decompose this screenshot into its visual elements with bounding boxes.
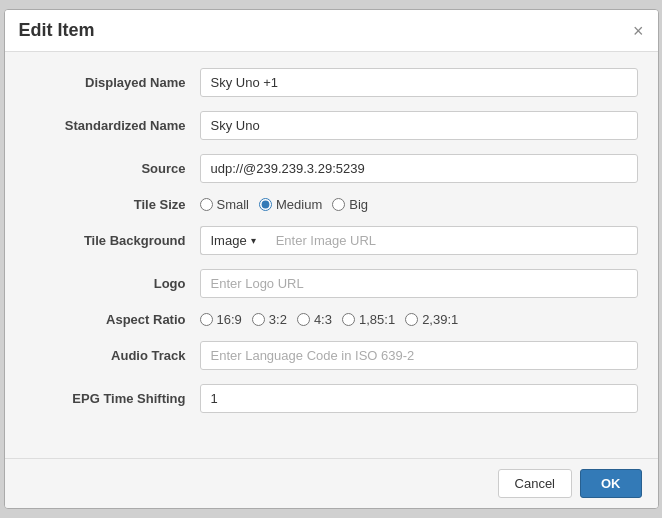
- standardized-name-label: Standardized Name: [25, 118, 200, 133]
- tile-size-small-text: Small: [217, 197, 250, 212]
- tile-size-label: Tile Size: [25, 197, 200, 212]
- aspect-ratio-1851-label[interactable]: 1,85:1: [342, 312, 395, 327]
- dialog-header: Edit Item ×: [5, 10, 658, 52]
- tile-size-row: Tile Size Small Medium Big: [25, 197, 638, 212]
- aspect-ratio-row: Aspect Ratio 16:9 3:2 4:3 1,85:1: [25, 312, 638, 327]
- logo-label: Logo: [25, 276, 200, 291]
- source-input[interactable]: [200, 154, 638, 183]
- aspect-ratio-43-radio[interactable]: [297, 313, 310, 326]
- tile-background-control: Image ▾: [200, 226, 638, 255]
- aspect-ratio-1851-radio[interactable]: [342, 313, 355, 326]
- standardized-name-row: Standardized Name: [25, 111, 638, 140]
- epg-time-shifting-label: EPG Time Shifting: [25, 391, 200, 406]
- displayed-name-row: Displayed Name: [25, 68, 638, 97]
- tile-background-row: Tile Background Image ▾: [25, 226, 638, 255]
- displayed-name-input[interactable]: [200, 68, 638, 97]
- dialog-title: Edit Item: [19, 20, 95, 41]
- logo-input[interactable]: [200, 269, 638, 298]
- audio-track-label: Audio Track: [25, 348, 200, 363]
- aspect-ratio-2391-radio[interactable]: [405, 313, 418, 326]
- aspect-ratio-32-radio[interactable]: [252, 313, 265, 326]
- aspect-ratio-label: Aspect Ratio: [25, 312, 200, 327]
- epg-time-shifting-row: EPG Time Shifting: [25, 384, 638, 413]
- tile-size-big-label[interactable]: Big: [332, 197, 368, 212]
- tile-background-dropdown-label: Image: [211, 233, 247, 248]
- aspect-ratio-169-label[interactable]: 16:9: [200, 312, 242, 327]
- aspect-ratio-43-label[interactable]: 4:3: [297, 312, 332, 327]
- aspect-ratio-169-text: 16:9: [217, 312, 242, 327]
- source-label: Source: [25, 161, 200, 176]
- tile-size-medium-radio[interactable]: [259, 198, 272, 211]
- tile-background-label: Tile Background: [25, 233, 200, 248]
- audio-track-input[interactable]: [200, 341, 638, 370]
- tile-size-big-radio[interactable]: [332, 198, 345, 211]
- dialog-footer: Cancel OK: [5, 458, 658, 508]
- tile-size-small-radio[interactable]: [200, 198, 213, 211]
- aspect-ratio-169-radio[interactable]: [200, 313, 213, 326]
- source-row: Source: [25, 154, 638, 183]
- aspect-ratio-32-label[interactable]: 3:2: [252, 312, 287, 327]
- dialog-body: Displayed Name Standardized Name Source …: [5, 52, 658, 458]
- cancel-button[interactable]: Cancel: [498, 469, 572, 498]
- tile-size-small-label[interactable]: Small: [200, 197, 250, 212]
- tile-size-radio-group: Small Medium Big: [200, 197, 638, 212]
- chevron-down-icon: ▾: [251, 235, 256, 246]
- displayed-name-label: Displayed Name: [25, 75, 200, 90]
- close-button[interactable]: ×: [633, 22, 644, 40]
- epg-time-shifting-input[interactable]: [200, 384, 638, 413]
- tile-background-url-input[interactable]: [266, 226, 638, 255]
- tile-size-medium-text: Medium: [276, 197, 322, 212]
- tile-background-dropdown-button[interactable]: Image ▾: [200, 226, 266, 255]
- aspect-ratio-1851-text: 1,85:1: [359, 312, 395, 327]
- tile-size-big-text: Big: [349, 197, 368, 212]
- aspect-ratio-32-text: 3:2: [269, 312, 287, 327]
- aspect-ratio-radio-group: 16:9 3:2 4:3 1,85:1 2,39:1: [200, 312, 638, 327]
- edit-item-dialog: Edit Item × Displayed Name Standardized …: [4, 9, 659, 509]
- aspect-ratio-2391-label[interactable]: 2,39:1: [405, 312, 458, 327]
- audio-track-row: Audio Track: [25, 341, 638, 370]
- aspect-ratio-2391-text: 2,39:1: [422, 312, 458, 327]
- ok-button[interactable]: OK: [580, 469, 642, 498]
- tile-size-medium-label[interactable]: Medium: [259, 197, 322, 212]
- logo-row: Logo: [25, 269, 638, 298]
- aspect-ratio-43-text: 4:3: [314, 312, 332, 327]
- standardized-name-input[interactable]: [200, 111, 638, 140]
